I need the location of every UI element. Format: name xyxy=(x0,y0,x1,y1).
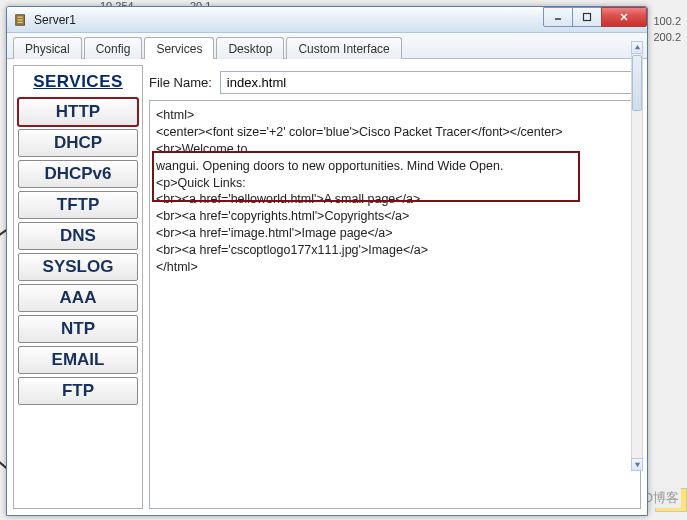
service-syslog[interactable]: SYSLOG xyxy=(18,253,138,281)
window-title: Server1 xyxy=(34,13,76,27)
scrollbar-vertical[interactable] xyxy=(631,41,643,471)
svg-marker-9 xyxy=(634,463,639,467)
scroll-up-icon[interactable] xyxy=(631,41,643,54)
editor-text: <html> <center><font size='+2' color='bl… xyxy=(156,108,563,274)
file-name-input[interactable] xyxy=(220,71,641,94)
content-area: SERVICES HTTP DHCP DHCPv6 TFTP DNS SYSLO… xyxy=(7,59,647,515)
service-dns[interactable]: DNS xyxy=(18,222,138,250)
server-icon xyxy=(13,12,29,28)
scrollbar-thumb[interactable] xyxy=(632,55,642,111)
service-ntp[interactable]: NTP xyxy=(18,315,138,343)
services-header: SERVICES xyxy=(18,70,138,95)
tab-config[interactable]: Config xyxy=(84,37,143,59)
svg-rect-5 xyxy=(584,14,591,21)
service-ftp[interactable]: FTP xyxy=(18,377,138,405)
tab-physical[interactable]: Physical xyxy=(13,37,82,59)
service-tftp[interactable]: TFTP xyxy=(18,191,138,219)
tab-desktop[interactable]: Desktop xyxy=(216,37,284,59)
service-dhcpv6[interactable]: DHCPv6 xyxy=(18,160,138,188)
svg-marker-8 xyxy=(634,45,639,49)
minimize-button[interactable] xyxy=(543,7,573,27)
file-name-row: File Name: xyxy=(149,65,641,94)
bg-coord-3: 100.2 xyxy=(653,15,681,27)
svg-rect-1 xyxy=(18,16,23,17)
services-panel: SERVICES HTTP DHCP DHCPv6 TFTP DNS SYSLO… xyxy=(13,65,143,509)
app-window: Server1 Physical Config Services Desktop… xyxy=(6,6,648,516)
file-name-label: File Name: xyxy=(149,75,212,90)
service-email[interactable]: EMAIL xyxy=(18,346,138,374)
tab-bar: Physical Config Services Desktop Custom … xyxy=(7,33,647,59)
tab-services[interactable]: Services xyxy=(144,37,214,59)
title-bar[interactable]: Server1 xyxy=(7,7,647,33)
html-editor[interactable]: <html> <center><font size='+2' color='bl… xyxy=(149,100,641,509)
bg-coord-4: 200.2 xyxy=(653,31,681,43)
service-aaa[interactable]: AAA xyxy=(18,284,138,312)
close-button[interactable] xyxy=(601,7,647,27)
svg-rect-2 xyxy=(18,19,23,20)
tab-custom-interface[interactable]: Custom Interface xyxy=(286,37,401,59)
maximize-button[interactable] xyxy=(572,7,602,27)
service-http[interactable]: HTTP xyxy=(18,98,138,126)
scroll-down-icon[interactable] xyxy=(631,458,643,471)
main-panel: File Name: <html> <center><font size='+2… xyxy=(149,65,641,509)
service-dhcp[interactable]: DHCP xyxy=(18,129,138,157)
svg-rect-3 xyxy=(18,21,23,22)
